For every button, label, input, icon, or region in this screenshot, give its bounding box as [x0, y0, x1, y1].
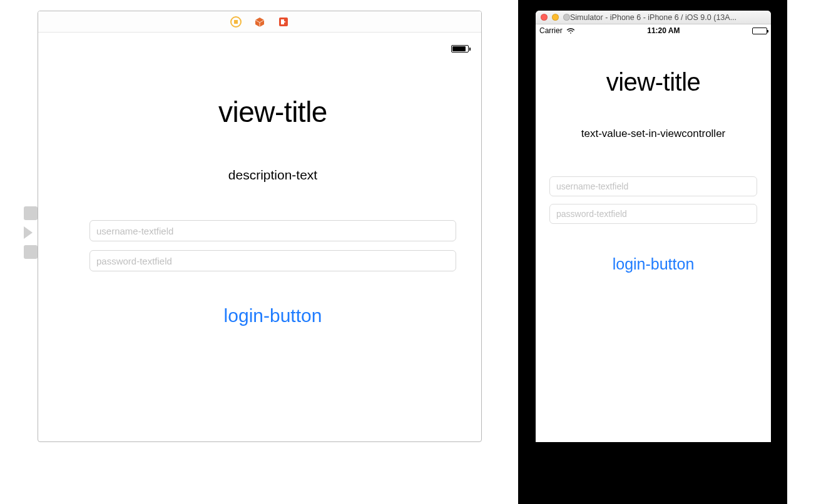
status-bar-battery-icon [451, 45, 469, 53]
simulator-device-bezel: Simulator - iPhone 6 - iPhone 6 / iOS 9.… [518, 0, 787, 504]
ib-toolbar [38, 11, 481, 33]
simulator-screen: Carrier 11:20 AM view-title text-value-s… [536, 24, 771, 442]
login-view-stack: view-title text-value-set-in-viewcontrol… [536, 68, 771, 273]
svg-rect-5 [281, 19, 283, 24]
username-textfield[interactable] [89, 220, 456, 241]
package-3d-icon[interactable] [254, 16, 265, 28]
window-title: Simulator - iPhone 6 - iPhone 6 / iOS 9.… [536, 13, 771, 22]
login-view-stack: view-title description-text login-button [71, 95, 475, 326]
wifi-icon [566, 28, 575, 34]
password-textfield[interactable] [549, 204, 757, 224]
ios-status-bar: Carrier 11:20 AM [536, 24, 771, 37]
traffic-lights[interactable] [536, 14, 570, 21]
exit-segue-icon[interactable] [278, 16, 289, 28]
minimize-window-icon[interactable] [552, 14, 559, 21]
view-title-label: view-title [218, 95, 327, 129]
description-label: text-value-set-in-viewcontroller [581, 128, 726, 140]
description-label: description-text [228, 168, 317, 183]
battery-icon [752, 28, 767, 34]
password-textfield[interactable] [89, 250, 456, 271]
zoom-window-icon[interactable] [563, 14, 570, 21]
username-textfield[interactable] [549, 176, 757, 196]
interface-builder-frame: view-title description-text login-button [38, 11, 482, 442]
login-button[interactable]: login-button [224, 305, 322, 326]
stop-debug-icon[interactable] [230, 16, 242, 28]
svg-rect-1 [234, 20, 238, 24]
status-time: 11:20 AM [647, 26, 680, 35]
ib-device-canvas: view-title description-text login-button [71, 39, 475, 435]
mac-window-titlebar[interactable]: Simulator - iPhone 6 - iPhone 6 / iOS 9.… [536, 11, 771, 24]
carrier-label: Carrier [539, 26, 563, 35]
simulator-window: Simulator - iPhone 6 - iPhone 6 / iOS 9.… [536, 11, 771, 442]
close-window-icon[interactable] [541, 14, 548, 21]
view-title-label: view-title [606, 68, 701, 96]
login-button[interactable]: login-button [613, 255, 695, 273]
